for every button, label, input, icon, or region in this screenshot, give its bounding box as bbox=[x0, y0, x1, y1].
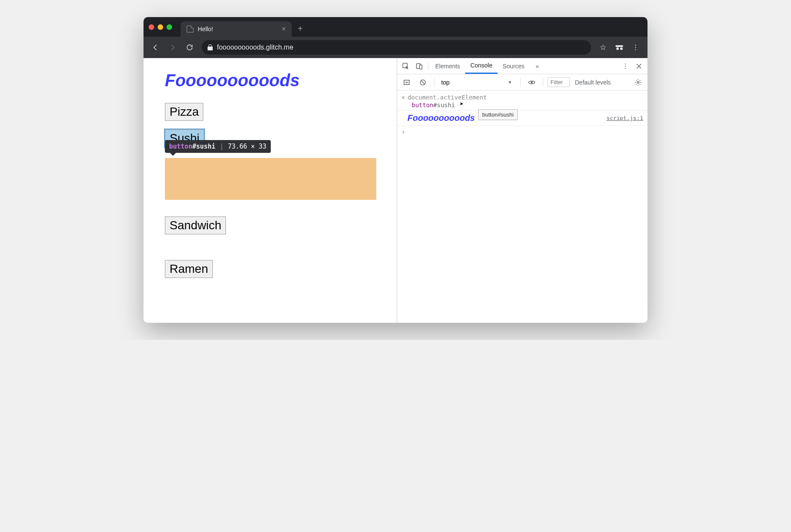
svg-point-2 bbox=[635, 49, 636, 50]
back-button[interactable] bbox=[148, 40, 163, 55]
tab-title: Hello! bbox=[198, 26, 213, 32]
more-tabs-button[interactable]: » bbox=[530, 58, 544, 74]
window-controls bbox=[149, 24, 172, 30]
console-sidebar-toggle[interactable] bbox=[400, 74, 413, 90]
live-expression-row: × document.activeElement button#sushi ➤ bbox=[397, 92, 647, 111]
food-button-ramen[interactable]: Ramen bbox=[165, 260, 213, 278]
tooltip-separator: | bbox=[220, 143, 223, 150]
close-window-button[interactable] bbox=[149, 24, 154, 30]
log-source-link[interactable]: script.js:1 bbox=[606, 115, 643, 121]
svg-point-6 bbox=[625, 63, 626, 64]
svg-point-11 bbox=[531, 81, 533, 83]
forward-button[interactable] bbox=[165, 40, 180, 55]
lock-icon bbox=[208, 44, 213, 50]
maximize-window-button[interactable] bbox=[167, 24, 172, 30]
filter-input[interactable] bbox=[548, 77, 570, 87]
svg-point-7 bbox=[625, 65, 626, 66]
console-prompt[interactable]: › bbox=[397, 126, 647, 138]
tab-console[interactable]: Console bbox=[465, 58, 497, 74]
menu-button[interactable] bbox=[628, 40, 643, 55]
titlebar: Hello! × + bbox=[144, 17, 647, 37]
close-devtools-button[interactable] bbox=[632, 62, 646, 70]
svg-rect-5 bbox=[419, 65, 422, 69]
url-text: foooooooooods.glitch.me bbox=[217, 44, 293, 51]
incognito-icon bbox=[612, 40, 627, 55]
inspector-tooltip: button#sushi | 73.66 × 33 bbox=[165, 140, 271, 153]
context-selector[interactable]: top bbox=[439, 77, 516, 88]
address-bar[interactable]: foooooooooods.glitch.me bbox=[202, 40, 591, 55]
devtools-panel: Elements Console Sources » bbox=[397, 58, 647, 323]
close-tab-icon[interactable]: × bbox=[282, 25, 286, 33]
minimize-window-button[interactable] bbox=[158, 24, 163, 30]
device-toolbar-button[interactable] bbox=[413, 58, 426, 74]
toolbar: foooooooooods.glitch.me ☆ bbox=[144, 37, 647, 58]
content-split: Foooooooooods Pizza button#sushi | 73.66… bbox=[144, 58, 647, 323]
tab-sources[interactable]: Sources bbox=[498, 58, 530, 74]
file-icon bbox=[187, 26, 193, 32]
browser-tab[interactable]: Hello! × bbox=[181, 21, 292, 37]
tooltip-dimensions: 73.66 × 33 bbox=[228, 143, 266, 150]
live-expression-button[interactable] bbox=[525, 74, 539, 90]
browser-window: Hello! × + foooooooooods.glitch.me ☆ bbox=[144, 17, 647, 323]
expression-text: document.activeElement bbox=[407, 94, 486, 101]
tooltip-id: sushi bbox=[196, 143, 215, 150]
devtools-tabs: Elements Console Sources » bbox=[397, 58, 647, 74]
console-toolbar: top Default levels bbox=[397, 74, 647, 91]
svg-point-12 bbox=[637, 81, 639, 83]
svg-point-0 bbox=[635, 45, 636, 46]
page-viewport: Foooooooooods Pizza button#sushi | 73.66… bbox=[144, 58, 397, 323]
food-button-sandwich[interactable]: Sandwich bbox=[165, 216, 226, 234]
reload-button[interactable] bbox=[182, 40, 197, 55]
page-heading: Foooooooooods bbox=[165, 71, 375, 90]
remove-expression-button[interactable]: × bbox=[401, 94, 405, 101]
food-button-pizza[interactable]: Pizza bbox=[165, 103, 203, 121]
expression-result[interactable]: button#sushi ➤ bbox=[401, 101, 643, 108]
svg-point-8 bbox=[625, 68, 626, 69]
console-settings-button[interactable] bbox=[631, 79, 645, 86]
console-log-row: Foooooooooods script.js:1 bbox=[397, 111, 647, 126]
hover-tooltip: button#sushi bbox=[478, 109, 518, 120]
devtools-menu-button[interactable] bbox=[618, 62, 632, 70]
svg-rect-9 bbox=[404, 80, 409, 85]
tab-elements[interactable]: Elements bbox=[430, 58, 465, 74]
log-levels-selector[interactable]: Default levels bbox=[575, 79, 611, 86]
new-tab-button[interactable]: + bbox=[298, 24, 303, 34]
inspector-margin-highlight bbox=[165, 158, 376, 200]
clear-console-button[interactable] bbox=[416, 74, 430, 90]
inspect-element-button[interactable] bbox=[399, 58, 413, 74]
console-output: × document.activeElement button#sushi ➤ … bbox=[397, 91, 647, 323]
tooltip-id-sep: # bbox=[192, 143, 196, 150]
bookmark-button[interactable]: ☆ bbox=[595, 40, 611, 55]
log-message: Foooooooooods bbox=[407, 113, 475, 123]
svg-point-1 bbox=[635, 47, 636, 48]
tooltip-tag: button bbox=[169, 143, 192, 150]
